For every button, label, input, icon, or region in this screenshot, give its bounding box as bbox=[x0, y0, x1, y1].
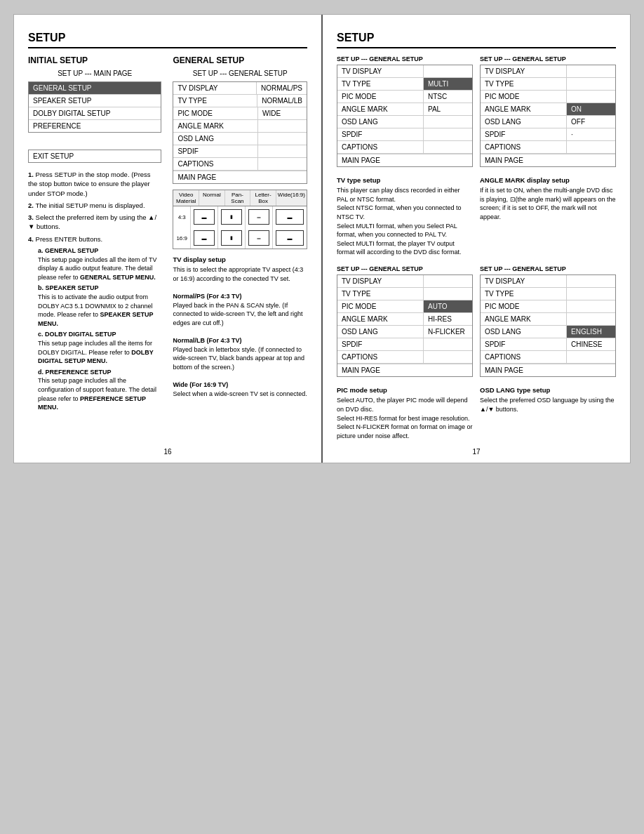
p1-main-page[interactable]: MAIN PAGE bbox=[337, 154, 472, 166]
panel-osd-lang: SET UP --- GENERAL SETUP TV DISPLAY TV T… bbox=[480, 265, 616, 383]
val-osd-lang bbox=[257, 133, 307, 145]
general-setup-title: GENERAL SETUP bbox=[173, 55, 307, 65]
tv-icon-169-ps: ▮ bbox=[221, 230, 242, 246]
diag-header-lb: Letter-Box bbox=[250, 190, 276, 206]
tv-icon-43-wide: ▬ bbox=[276, 209, 304, 225]
osd-lang-menu: TV DISPLAY TV TYPE PIC MODE ANGLE M bbox=[480, 274, 616, 377]
row-osd-lang: OSD LANG bbox=[173, 133, 307, 145]
diag-header-ps: Pan-Scan bbox=[225, 190, 251, 206]
tv-icon-169-lb: ═ bbox=[248, 230, 269, 246]
diag-43-ps: ▮ bbox=[218, 206, 246, 227]
page-container: SETUP INITIAL SETUP SET UP --- MAIN PAGE… bbox=[0, 0, 644, 477]
p4-row-tv-type: TV TYPE bbox=[481, 288, 615, 300]
p2-row-pic-mode: PIC MODE bbox=[481, 91, 615, 103]
left-page-title: SETUP bbox=[28, 32, 307, 48]
desc-pic-mode-text: Select AUTO, the player PIC mode will de… bbox=[337, 396, 473, 440]
p1-row-spdif: SPDIF bbox=[337, 128, 472, 141]
row-tv-type: TV TYPE NORMAL/LB bbox=[173, 95, 307, 107]
val-tv-type: NORMAL/LB bbox=[257, 95, 307, 107]
diag-43-wide: ▬ bbox=[273, 206, 307, 227]
desc-osd-lang-title: OSD LANG type setup bbox=[480, 385, 616, 395]
tv-diagram-section: Video Material Normal Pan-Scan Letter-Bo… bbox=[173, 190, 307, 249]
p4-row-spdif: SPDIF CHINESE bbox=[481, 338, 615, 351]
desc-angle-mark: ANGLE MARK display setup If it is set to… bbox=[480, 176, 616, 263]
desc-tv-type-block: TV type setup This player can play discs… bbox=[337, 176, 473, 257]
panel-tv-type: SET UP --- GENERAL SETUP TV DISPLAY TV T… bbox=[337, 55, 473, 173]
step-4b: b. SPEAKER SETUP This is to activate the… bbox=[38, 284, 161, 328]
diag-label-169: 16:9 bbox=[173, 227, 191, 249]
p3-row-tv-type: TV TYPE bbox=[337, 288, 472, 300]
panel-angle-mark: SET UP --- GENERAL SETUP TV DISPLAY TV T… bbox=[480, 55, 616, 173]
right-page: SETUP SET UP --- GENERAL SETUP TV DISPLA… bbox=[323, 15, 630, 463]
desc-pic-mode-title: PIC mode setup bbox=[337, 385, 473, 395]
menu-item-general[interactable]: GENERAL SETUP bbox=[29, 82, 161, 95]
angle-mark-menu: TV DISPLAY TV TYPE PIC MODE ANGLE M bbox=[480, 65, 616, 167]
desc-tv-type-title: TV type setup bbox=[337, 176, 473, 185]
row-pic-mode: PIC MODE WIDE bbox=[173, 107, 307, 120]
initial-setup-subtitle: SET UP --- MAIN PAGE bbox=[28, 70, 161, 77]
desc-pic-mode: PIC mode setup Select AUTO, the player P… bbox=[337, 385, 473, 446]
p4-main-page[interactable]: MAIN PAGE bbox=[481, 364, 615, 376]
main-page-btn-left[interactable]: MAIN PAGE bbox=[173, 171, 307, 183]
p4-row-pic-mode: PIC MODE bbox=[481, 300, 615, 313]
diag-header-normal: Normal bbox=[199, 190, 225, 206]
normal-ps-text: Played back in the PAN & SCAN style. (If… bbox=[173, 301, 307, 328]
desc-tv-type: TV type setup This player can play discs… bbox=[337, 176, 473, 263]
menu-item-exit[interactable]: EXIT SETUP bbox=[29, 150, 161, 162]
diag-43-lb: ═ bbox=[246, 206, 273, 227]
panel-angle-mark-title: SET UP --- GENERAL SETUP bbox=[480, 55, 616, 62]
step-2: 2. The initial SETUP menu is displayed. bbox=[28, 201, 161, 210]
tv-icon-169-normal: ▬ bbox=[194, 230, 215, 246]
desc-angle-mark-block: ANGLE MARK display setup If it is set to… bbox=[480, 176, 616, 222]
p2-row-captions: CAPTIONS bbox=[481, 141, 615, 154]
p2-row-tv-display: TV DISPLAY bbox=[481, 65, 615, 78]
steps-list: 1. Press SETUP in the stop mode. (Press … bbox=[28, 170, 161, 412]
diag-169-lb: ═ bbox=[246, 227, 273, 249]
initial-setup-title: INITIAL SETUP bbox=[28, 55, 161, 65]
diag-header-vm: Video Material bbox=[173, 190, 199, 206]
p2-row-tv-type: TV TYPE bbox=[481, 78, 615, 91]
tv-display-setup-text: This is to select the appropriate TV asp… bbox=[173, 265, 307, 283]
step-4d: d. PREFERENCE SETUP This setup page incl… bbox=[38, 368, 161, 412]
desc-angle-mark-title: ANGLE MARK display setup bbox=[480, 176, 616, 185]
p3-row-osd-lang: OSD LANG N-FLICKER bbox=[337, 326, 472, 338]
val-captions bbox=[257, 158, 307, 170]
p4-row-tv-display: TV DISPLAY bbox=[481, 275, 615, 288]
tv-icon-43-normal: ▬ bbox=[194, 209, 215, 225]
tv-type-menu: TV DISPLAY TV TYPE MULTI PIC MODE NTSC bbox=[337, 65, 473, 167]
general-setup-subtitle: SET UP --- GENERAL SETUP bbox=[173, 70, 307, 77]
p3-main-page[interactable]: MAIN PAGE bbox=[337, 364, 472, 376]
label-tv-display: TV DISPLAY bbox=[173, 82, 256, 94]
p4-row-osd-lang: OSD LANG ENGLISH bbox=[481, 326, 615, 338]
tv-display-setup-desc: TV display setup This is to select the a… bbox=[173, 255, 307, 398]
diag-169-wide: ▬ bbox=[273, 227, 307, 249]
p2-main-page[interactable]: MAIN PAGE bbox=[481, 154, 615, 166]
pic-mode-menu: TV DISPLAY TV TYPE PIC MODE AUTO ANG bbox=[337, 274, 473, 377]
menu-item-speaker[interactable]: SPEAKER SETUP bbox=[29, 95, 161, 107]
tv-diagram-row2: 16:9 ▬ ▮ ═ bbox=[173, 227, 307, 249]
menu-item-dolby[interactable]: DOLBY DIGITAL SETUP bbox=[29, 107, 161, 120]
p1-row-osd-lang: OSD LANG bbox=[337, 116, 472, 128]
p4-row-captions: CAPTIONS bbox=[481, 351, 615, 364]
diag-169-normal: ▬ bbox=[191, 227, 218, 249]
p1-row-angle-mark: ANGLE MARK PAL bbox=[337, 103, 472, 116]
desc-tv-type-text: This player can play discs recorded in e… bbox=[337, 186, 473, 257]
label-spdif: SPDIF bbox=[173, 145, 257, 157]
diag-43-normal: ▬ bbox=[191, 206, 218, 227]
desc-angle-mark-text: If it is set to ON, when the multi-angle… bbox=[480, 186, 616, 221]
tv-icon-43-lb: ═ bbox=[248, 209, 269, 225]
p3-row-tv-display: TV DISPLAY bbox=[337, 275, 472, 288]
diag-label-43: 4:3 bbox=[173, 206, 191, 227]
p1-row-pic-mode: PIC MODE NTSC bbox=[337, 91, 472, 103]
tv-diagram-row1: 4:3 ▬ ▮ ═ bbox=[173, 206, 307, 227]
row-captions: CAPTIONS bbox=[173, 158, 307, 171]
row-tv-display: TV DISPLAY NORMAL/PS bbox=[173, 82, 307, 95]
menu-item-preference[interactable]: PREFERENCE bbox=[29, 120, 161, 132]
exit-setup-menu: EXIT SETUP bbox=[28, 150, 161, 163]
normal-lb-text: Played back in letterbox style. (If conn… bbox=[173, 345, 307, 372]
right-panels-bottom: SET UP --- GENERAL SETUP TV DISPLAY TV T… bbox=[337, 265, 616, 383]
desc-pic-mode-block: PIC mode setup Select AUTO, the player P… bbox=[337, 385, 473, 440]
label-captions: CAPTIONS bbox=[173, 158, 257, 170]
panel-tv-type-title: SET UP --- GENERAL SETUP bbox=[337, 55, 473, 62]
tv-icon-169-wide: ▬ bbox=[276, 230, 304, 246]
